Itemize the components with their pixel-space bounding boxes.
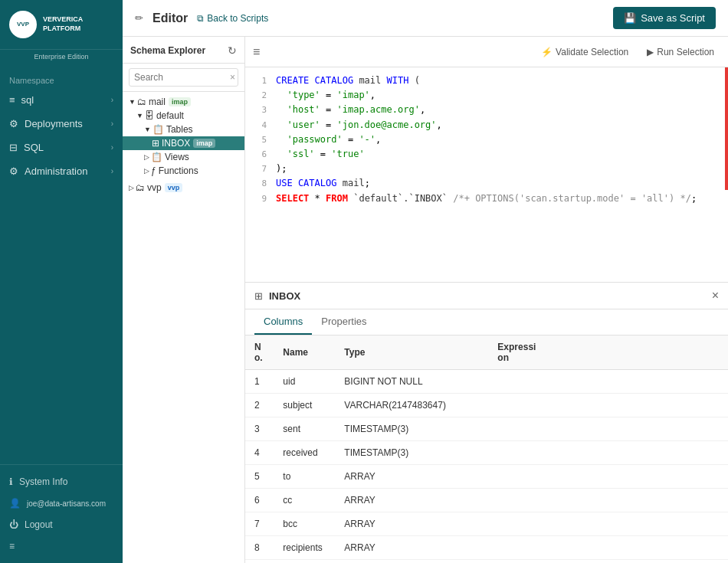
edition-label: Enterprise Edition [0, 50, 123, 67]
table-row: 7 bcc ARRAY [245, 512, 728, 536]
results-table-area: No. Name Type Expression 1 uid BIGINT NO… [245, 336, 728, 563]
imap-badge: imap [169, 97, 191, 106]
tree-item-default[interactable]: ▼ 🗄 default [123, 109, 244, 123]
user-icon: 👤 [9, 498, 21, 509]
cell-expression [488, 489, 728, 512]
table-icon: ⊞ [152, 138, 159, 149]
validate-button[interactable]: ⚡ Validate Selection [535, 44, 635, 61]
schema-title: Schema Explorer [130, 45, 205, 56]
tree-item-vvp[interactable]: ▷ 🗂 vvp vvp [123, 181, 244, 195]
cell-type: TIMESTAMP(3) [335, 417, 488, 441]
user-email: joe@data-artisans.com [27, 499, 106, 508]
cell-expression [488, 512, 728, 536]
cell-type: ARRAY [335, 512, 488, 536]
cell-name: recipients [274, 536, 335, 560]
code-menu-icon: ≡ [253, 45, 260, 59]
editor-icon: ✏ [135, 12, 143, 24]
tree-label: Views [165, 152, 189, 162]
cell-expression [488, 417, 728, 441]
system-info-item[interactable]: ℹ System Info [0, 471, 123, 493]
tree-label: mail [149, 97, 166, 107]
cell-type: ARRAY [335, 489, 488, 512]
cell-no: 2 [245, 394, 274, 417]
user-item[interactable]: 👤 joe@data-artisans.com [0, 493, 123, 514]
tree-label: default [156, 110, 184, 121]
sql-icon: ≡ [9, 94, 15, 106]
menu-toggle[interactable]: ≡ [0, 535, 123, 557]
table-row: 4 received TIMESTAMP(3) [245, 441, 728, 465]
hamburger-icon: ≡ [9, 541, 15, 552]
expand-icon: ▼ [136, 112, 143, 119]
cell-no: 1 [245, 370, 274, 394]
cell-expression [488, 560, 728, 564]
validate-icon: ⚡ [541, 47, 553, 57]
imap-badge-inbox: imap [193, 139, 215, 148]
tree-item-tables[interactable]: ▼ 📋 Tables [123, 123, 244, 136]
table-row: 9 replyTo ARRAY [245, 560, 728, 564]
cell-name: replyTo [274, 560, 335, 564]
save-label: Save as Script [641, 12, 705, 24]
code-line-1: 1 CREATE CATALOG mail WITH ( [245, 74, 728, 88]
validate-label: Validate Selection [556, 47, 628, 57]
vvp-badge: vvp [165, 183, 183, 192]
table-row: 5 to ARRAY [245, 465, 728, 489]
cell-name: to [274, 465, 335, 489]
schema-header: Schema Explorer ↻ [123, 37, 244, 64]
code-line-9: 9 SELECT * FROM `default`.`INBOX` /*+ OP… [245, 191, 728, 206]
tables-icon: 📋 [152, 124, 164, 135]
back-label: Back to Scripts [207, 13, 268, 24]
code-line-3: 3 'host' = 'imap.acme.org', [245, 103, 728, 117]
tree-item-inbox[interactable]: ⊞ INBOX imap [123, 136, 244, 150]
views-icon: 📋 [151, 152, 162, 162]
table-row: 6 cc ARRAY [245, 489, 728, 512]
table-row: 1 uid BIGINT NOT NULL [245, 370, 728, 394]
cell-no: 3 [245, 417, 274, 441]
tab-columns[interactable]: Columns [254, 309, 312, 335]
sql-menu-icon: ⊟ [9, 142, 18, 153]
run-button[interactable]: ▶ Run Selection [641, 44, 720, 61]
logout-icon: ⏻ [9, 519, 18, 530]
col-header-expression: Expression [488, 336, 728, 370]
tree-item-mail[interactable]: ▼ 🗂 mail imap [123, 95, 244, 109]
chevron-icon: › [111, 143, 113, 152]
logout-label: Logout [25, 519, 53, 530]
schema-search-input[interactable] [129, 68, 238, 87]
logo-icon: VVP [9, 11, 37, 38]
logout-item[interactable]: ⏻ Logout [0, 514, 123, 535]
cell-name: bcc [274, 512, 335, 536]
cell-type: BIGINT NOT NULL [335, 370, 488, 394]
col-header-type: Type [335, 336, 488, 370]
sidebar-item-deployments[interactable]: ⚙ Deployments › [0, 112, 123, 136]
results-close-button[interactable]: × [712, 289, 719, 303]
results-panel: ⊞ INBOX × Columns Properties No. Name [245, 282, 728, 563]
run-label: Run Selection [657, 47, 714, 57]
save-icon: 💾 [624, 12, 636, 24]
tab-properties[interactable]: Properties [312, 309, 375, 335]
tree-label: INBOX [162, 138, 190, 149]
cell-no: 7 [245, 512, 274, 536]
cell-no: 5 [245, 465, 274, 489]
back-to-scripts-link[interactable]: ⧉ Back to Scripts [197, 13, 268, 24]
tree-item-views[interactable]: ▷ 📋 Views [123, 150, 244, 164]
code-toolbar: ≡ ⚡ Validate Selection ▶ Run Selection [245, 37, 728, 67]
namespace-label: Namespace [0, 67, 123, 88]
code-line-7: 7 ); [245, 162, 728, 176]
sidebar-item-sql-menu[interactable]: ⊟ SQL › [0, 136, 123, 159]
sidebar-item-sql[interactable]: ≡ sql › [0, 88, 123, 112]
sidebar-item-administration[interactable]: ⚙ Administration › [0, 159, 123, 183]
search-clear-icon[interactable]: × [230, 72, 235, 83]
sidebar-item-label: Deployments [25, 118, 83, 129]
refresh-icon[interactable]: ↻ [228, 44, 237, 57]
cell-name: received [274, 441, 335, 465]
cell-expression [488, 394, 728, 417]
code-line-2: 2 'type' = 'imap', [245, 88, 728, 103]
cell-type: TIMESTAMP(3) [335, 441, 488, 465]
save-as-script-button[interactable]: 💾 Save as Script [613, 7, 716, 29]
table-row: 8 recipients ARRAY [245, 536, 728, 560]
results-tabs: Columns Properties [245, 309, 728, 336]
tree-item-functions[interactable]: ▷ ƒ Functions [123, 164, 244, 178]
main-area: ✏ Editor ⧉ Back to Scripts 💾 Save as Scr… [123, 0, 728, 563]
code-line-6: 6 'ssl' = 'true' [245, 147, 728, 162]
code-editor[interactable]: 1 CREATE CATALOG mail WITH ( 2 'type' = … [245, 67, 728, 282]
page-title: Editor [152, 11, 188, 25]
